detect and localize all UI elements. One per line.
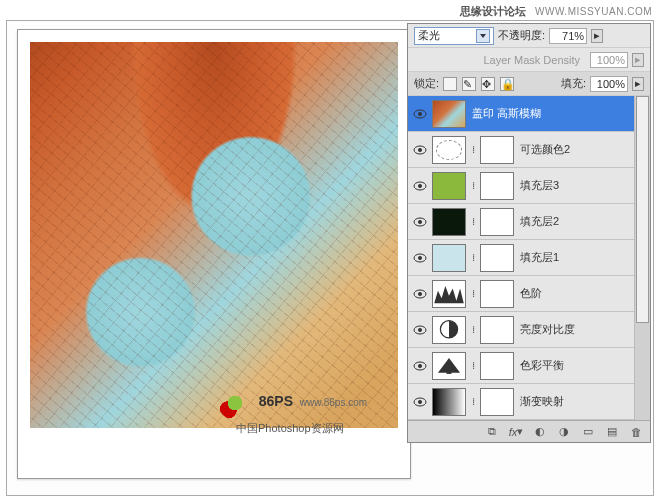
image-preview — [30, 42, 398, 428]
layer-mask-thumb[interactable] — [480, 136, 514, 164]
svg-point-11 — [418, 292, 422, 296]
mask-density-label: Layer Mask Density — [414, 54, 586, 66]
logo-watermark: 86PS www.86ps.com — [218, 386, 367, 420]
blend-opacity-row: 柔光 不透明度: 71% ▸ — [408, 24, 650, 48]
layer-row[interactable]: ⁞色阶 — [408, 276, 650, 312]
layers-scrollbar[interactable] — [634, 96, 650, 420]
add-mask-icon[interactable]: ◐ — [532, 425, 548, 439]
layer-name[interactable]: 亮度对比度 — [517, 322, 647, 337]
visibility-eye-icon[interactable] — [411, 177, 429, 195]
layer-mask-thumb[interactable] — [480, 280, 514, 308]
fill-flyout-icon[interactable]: ▸ — [632, 77, 644, 91]
mask-link-icon[interactable]: ⁞ — [469, 144, 477, 155]
visibility-eye-icon[interactable] — [411, 213, 429, 231]
mask-density-row: Layer Mask Density 100% ▸ — [408, 48, 650, 72]
layer-row[interactable]: 盖印 高斯模糊 — [408, 96, 650, 132]
delete-layer-icon[interactable]: 🗑 — [628, 425, 644, 439]
layers-panel-footer: ⧉ fx▾ ◐ ◑ ▭ ▤ 🗑 — [408, 420, 650, 442]
site-url-watermark: WWW.MISSYUAN.COM — [535, 6, 652, 17]
blend-mode-select[interactable]: 柔光 — [414, 27, 494, 45]
mask-link-icon[interactable]: ⁞ — [469, 324, 477, 335]
new-group-icon[interactable]: ▭ — [580, 425, 596, 439]
layer-name[interactable]: 渐变映射 — [517, 394, 647, 409]
layer-name[interactable]: 填充层3 — [517, 178, 647, 193]
lock-all-icon[interactable]: 🔒 — [500, 77, 514, 91]
layer-name[interactable]: 可选颜色2 — [517, 142, 647, 157]
svg-point-7 — [418, 220, 422, 224]
visibility-eye-icon[interactable] — [411, 105, 429, 123]
adjustment-layer-icon[interactable]: ◑ — [556, 425, 572, 439]
layers-panel: 柔光 不透明度: 71% ▸ Layer Mask Density 100% ▸… — [407, 23, 651, 443]
forum-watermark: 思缘设计论坛 — [460, 5, 526, 17]
visibility-eye-icon[interactable] — [411, 285, 429, 303]
layer-row[interactable]: ⁞渐变映射 — [408, 384, 650, 420]
visibility-eye-icon[interactable] — [411, 321, 429, 339]
logo-url: www.86ps.com — [300, 397, 367, 408]
svg-point-19 — [418, 400, 422, 404]
mask-link-icon[interactable]: ⁞ — [469, 216, 477, 227]
layer-mask-thumb[interactable] — [480, 316, 514, 344]
fill-label: 填充: — [561, 76, 586, 91]
mask-link-icon[interactable]: ⁞ — [469, 396, 477, 407]
svg-point-13 — [418, 328, 422, 332]
layer-row[interactable]: ⁞亮度对比度 — [408, 312, 650, 348]
svg-point-3 — [418, 148, 422, 152]
logo-subtitle: 中国Photoshop资源网 — [236, 421, 344, 436]
link-layers-icon[interactable]: ⧉ — [484, 425, 500, 439]
svg-point-5 — [418, 184, 422, 188]
layer-row[interactable]: ⁞填充层3 — [408, 168, 650, 204]
mask-link-icon[interactable]: ⁞ — [469, 180, 477, 191]
fx-icon[interactable]: fx▾ — [508, 425, 524, 439]
opacity-flyout-icon[interactable]: ▸ — [591, 29, 603, 43]
layer-mask-thumb[interactable] — [480, 388, 514, 416]
mask-link-icon[interactable]: ⁞ — [469, 360, 477, 371]
layer-row[interactable]: ⁞填充层1 — [408, 240, 650, 276]
lock-label: 锁定: — [414, 76, 439, 91]
visibility-eye-icon[interactable] — [411, 393, 429, 411]
visibility-eye-icon[interactable] — [411, 357, 429, 375]
lock-fill-row: 锁定: ✎ ✥ 🔒 填充: 100% ▸ — [408, 72, 650, 96]
opacity-input[interactable]: 71% — [549, 28, 587, 44]
lock-transparency-icon[interactable] — [443, 77, 457, 91]
visibility-eye-icon[interactable] — [411, 249, 429, 267]
logo-text: 86PS — [259, 393, 293, 409]
document-frame: 86PS www.86ps.com 中国Photoshop资源网 柔光 不透明度… — [6, 20, 654, 496]
layer-mask-thumb[interactable] — [480, 208, 514, 236]
blend-mode-value: 柔光 — [418, 28, 440, 43]
layer-name[interactable]: 填充层1 — [517, 250, 647, 265]
layer-row[interactable]: ⁞色彩平衡 — [408, 348, 650, 384]
layer-mask-thumb[interactable] — [480, 172, 514, 200]
layer-row[interactable]: ⁞填充层2 — [408, 204, 650, 240]
86ps-logo-icon — [218, 386, 252, 420]
fill-input[interactable]: 100% — [590, 76, 628, 92]
layer-name[interactable]: 盖印 高斯模糊 — [469, 106, 647, 121]
layer-row[interactable]: ⁞可选颜色2 — [408, 132, 650, 168]
svg-point-9 — [418, 256, 422, 260]
new-layer-icon[interactable]: ▤ — [604, 425, 620, 439]
layer-mask-thumb[interactable] — [480, 352, 514, 380]
lock-pixels-icon[interactable]: ✎ — [462, 77, 476, 91]
svg-rect-17 — [447, 370, 452, 374]
layers-list: 盖印 高斯模糊⁞可选颜色2⁞填充层3⁞填充层2⁞填充层1⁞色阶⁞亮度对比度⁞色彩… — [408, 96, 650, 420]
layer-name[interactable]: 填充层2 — [517, 214, 647, 229]
opacity-label: 不透明度: — [498, 28, 545, 43]
mask-density-flyout-icon: ▸ — [632, 53, 644, 67]
layer-name[interactable]: 色阶 — [517, 286, 647, 301]
mask-link-icon[interactable]: ⁞ — [469, 252, 477, 263]
svg-point-1 — [418, 112, 422, 116]
svg-point-16 — [418, 364, 422, 368]
dropdown-arrow-icon[interactable] — [476, 29, 490, 43]
mask-density-input: 100% — [590, 52, 628, 68]
layer-name[interactable]: 色彩平衡 — [517, 358, 647, 373]
layer-mask-thumb[interactable] — [480, 244, 514, 272]
canvas-area[interactable]: 86PS www.86ps.com 中国Photoshop资源网 — [17, 29, 411, 479]
mask-link-icon[interactable]: ⁞ — [469, 288, 477, 299]
lock-position-icon[interactable]: ✥ — [481, 77, 495, 91]
visibility-eye-icon[interactable] — [411, 141, 429, 159]
